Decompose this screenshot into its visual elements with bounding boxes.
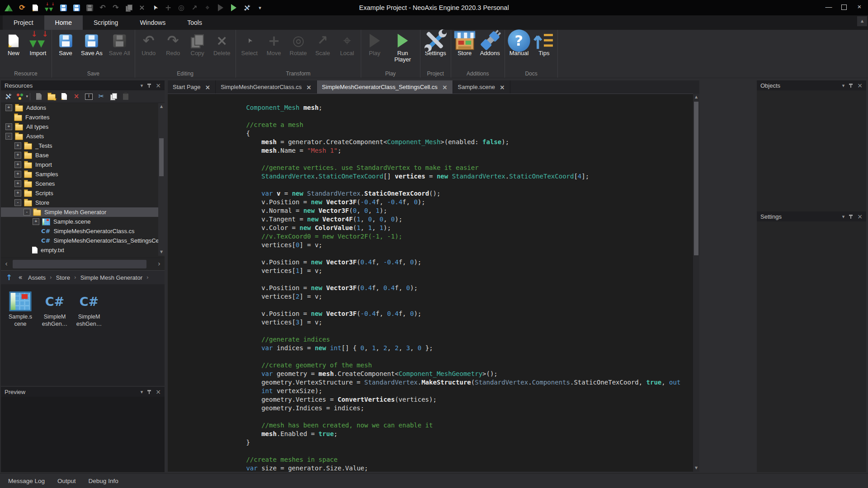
save-as-button[interactable]: Save As (78, 30, 106, 56)
maximize-button[interactable] (836, 0, 852, 15)
tree-expander[interactable]: + (14, 161, 21, 168)
tree-item-simple-mesh-generator[interactable]: -Simple Mesh Generator (1, 207, 158, 217)
tree-item-addons[interactable]: +Addons (1, 103, 158, 113)
settings-close-button[interactable]: × (857, 213, 863, 220)
play-button[interactable]: Play (363, 30, 387, 56)
tips-button[interactable]: Tips (532, 30, 556, 56)
menu-tools[interactable]: Tools (176, 15, 213, 30)
settings-chevron-button[interactable]: ▾ (842, 214, 845, 219)
tree-item-scripts[interactable]: +Scripts (1, 188, 158, 198)
scroll-down-icon[interactable]: ▼ (158, 249, 165, 256)
objects-pin-button[interactable] (849, 83, 853, 88)
navigate-up-button[interactable]: ↑ (5, 274, 13, 282)
scroll-right-icon[interactable]: › (154, 258, 165, 270)
breadcrumb-item-simple-mesh-generator[interactable]: Simple Mesh Generator (80, 274, 142, 281)
close-tab-button[interactable]: × (306, 84, 311, 90)
scrollbar-thumb[interactable] (694, 102, 698, 255)
tree-item-base[interactable]: +Base (1, 150, 158, 160)
tree-item-store[interactable]: -Store (1, 198, 158, 207)
statusbar-output[interactable]: Output (57, 478, 76, 484)
tab-sample-scene[interactable]: Sample.scene× (453, 80, 510, 94)
close-button[interactable]: × (852, 0, 867, 15)
scroll-left-icon[interactable]: ‹ (1, 258, 12, 270)
preview-close-button[interactable]: × (156, 389, 161, 395)
tree-expander[interactable]: + (33, 218, 39, 225)
scrollbar-thumb[interactable] (13, 260, 146, 268)
menu-windows[interactable]: Windows (129, 15, 176, 30)
close-tab-button[interactable]: × (500, 84, 505, 90)
tree-item-all-types[interactable]: +All types (1, 122, 158, 131)
save-all-button[interactable]: Save All (106, 30, 133, 56)
menu-project[interactable]: Project (3, 15, 44, 30)
move-button[interactable]: +Move (262, 30, 286, 56)
scroll-up-icon[interactable]: ▲ (693, 94, 699, 101)
rename-button[interactable]: I (85, 94, 93, 100)
edit-button[interactable] (35, 93, 42, 100)
statusbar-debug-info[interactable]: Debug Info (89, 478, 118, 484)
save-button[interactable]: Save (53, 30, 78, 56)
tree-expander[interactable]: + (5, 123, 12, 130)
close-tab-button[interactable]: × (442, 84, 448, 90)
undo-button[interactable]: ↶Undo (137, 30, 161, 56)
tree-expander[interactable]: - (24, 209, 30, 216)
preview-pin-button[interactable] (147, 389, 151, 394)
tree-item-empty-txt[interactable]: empty.txt (1, 245, 158, 255)
tree-item-favorites[interactable]: Favorites (1, 113, 158, 122)
resources-chevron-button[interactable]: ▾ (141, 83, 143, 88)
scroll-down-icon[interactable]: ▼ (693, 465, 699, 472)
copy-button[interactable]: Copy (185, 30, 210, 56)
ribbon-scroll-up-button[interactable]: ▲ (857, 16, 867, 26)
editor-vertical-scrollbar[interactable]: ▲ ▼ (693, 94, 699, 472)
category-filter-button[interactable] (17, 94, 25, 100)
tab-simplemeshgeneratorclass-settingscell-cs[interactable]: SimpleMeshGeneratorClass_SettingsCell.cs… (317, 80, 453, 94)
redo-button[interactable]: ↷Redo (161, 30, 185, 56)
tree-item-sample-scene[interactable]: +Sample.scene (1, 217, 158, 226)
tree-expander[interactable]: - (5, 133, 12, 140)
code-editor[interactable]: Component_Mesh mesh; //create a mesh { m… (168, 94, 693, 472)
scale-button[interactable]: ↗Scale (311, 30, 335, 56)
navigate-back-button[interactable]: « (17, 274, 24, 281)
tree-expander[interactable]: + (14, 152, 21, 159)
tab-simplemeshgeneratorclass-cs[interactable]: SimpleMeshGeneratorClass.cs× (216, 80, 317, 94)
select-button[interactable]: ➤Select (237, 30, 262, 56)
settings-button[interactable]: Settings (422, 30, 449, 56)
tree-expander[interactable]: + (5, 104, 12, 111)
minimize-button[interactable]: — (821, 0, 836, 15)
tree-expander[interactable]: + (14, 190, 21, 197)
menu-scripting[interactable]: Scripting (83, 15, 129, 30)
store-button[interactable]: Store (453, 30, 477, 56)
tree-item-assets[interactable]: -Assets (1, 131, 158, 141)
delete-button[interactable]: ×Delete (210, 30, 234, 56)
tree-expander[interactable]: - (14, 199, 21, 206)
objects-close-button[interactable]: × (857, 82, 863, 89)
file-tile-simplemeshgen[interactable]: C#SimpleMeshGen… (38, 290, 71, 328)
tree-item-simplemeshgeneratorclass-settingscell-cs[interactable]: C#SimpleMeshGeneratorClass_SettingsCell.… (1, 236, 158, 245)
settings-pin-button[interactable] (849, 214, 853, 219)
rotate-button[interactable]: ◎Rotate (286, 30, 311, 56)
tree-expander[interactable]: + (14, 180, 21, 187)
local-button[interactable]: ⌖Local (335, 30, 359, 56)
scroll-up-icon[interactable]: ▲ (158, 103, 165, 110)
tree-vertical-scrollbar[interactable]: ▲ ▼ (158, 103, 165, 256)
objects-chevron-button[interactable]: ▾ (842, 83, 845, 88)
tree-item-samples[interactable]: +Samples (1, 169, 158, 179)
resources-close-button[interactable]: × (156, 82, 161, 89)
new-resource-button[interactable] (61, 93, 68, 100)
tab-start-page[interactable]: Start Page× (168, 80, 216, 94)
tree-expander[interactable]: + (14, 142, 21, 149)
tree-item-import[interactable]: +Import (1, 160, 158, 169)
copy-resource-button[interactable] (110, 93, 117, 100)
new-button[interactable]: New (1, 30, 26, 56)
scrollbar-thumb[interactable] (159, 138, 164, 176)
tree-expander[interactable]: + (14, 171, 21, 178)
run-player-button[interactable]: Run Player (387, 30, 419, 63)
manual-button[interactable]: ?Manual (506, 30, 532, 56)
menu-home[interactable]: Home (44, 15, 83, 30)
settings-wrench-small-button[interactable] (5, 93, 12, 100)
cut-button[interactable]: ✂ (98, 93, 105, 100)
breadcrumb-item-assets[interactable]: Assets (28, 274, 46, 281)
paste-button[interactable] (122, 94, 129, 100)
new-folder-button[interactable] (47, 93, 56, 100)
import-button[interactable]: Import (26, 30, 50, 56)
breadcrumb-item-store[interactable]: Store (56, 274, 70, 281)
